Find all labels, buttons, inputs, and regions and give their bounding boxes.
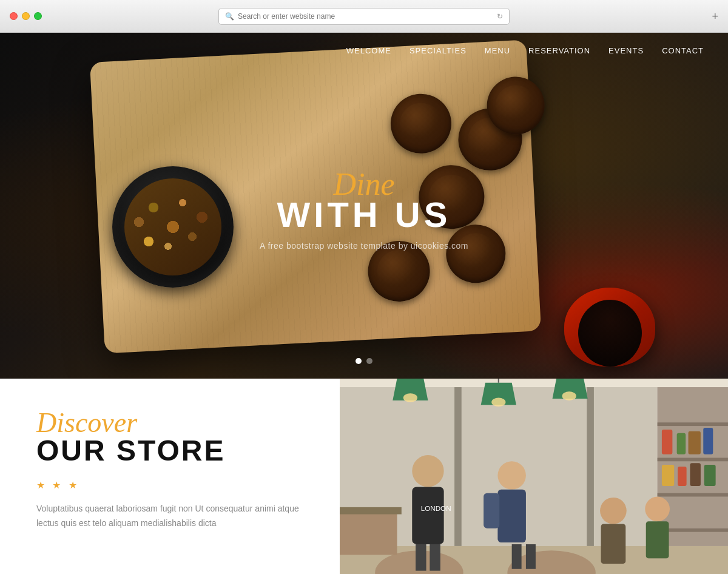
svg-rect-46: [340, 379, 728, 574]
close-button[interactable]: [10, 12, 18, 20]
our-store-label: OUR STORE: [36, 434, 303, 467]
nav-menu[interactable]: MENU: [485, 46, 510, 55]
red-mug: [564, 288, 655, 366]
nav-specialties[interactable]: SPECIALTIES: [410, 46, 467, 55]
bowl-contents: [124, 178, 221, 275]
main-navigation: WELCOME SPECIALTIES MENU RESERVATION EVE…: [0, 33, 728, 69]
hero-subtitle: A free bootstrap website template by uic…: [260, 241, 468, 251]
search-icon: 🔍: [225, 12, 234, 21]
restaurant-photo-container: LONDON: [340, 379, 728, 574]
hero-section: WELCOME SPECIALTIES MENU RESERVATION EVE…: [0, 33, 728, 379]
maximize-button[interactable]: [34, 12, 42, 20]
carousel-dot-2[interactable]: [366, 358, 372, 364]
traffic-lights: [10, 12, 42, 20]
cookie-1: [389, 92, 453, 155]
nut-bowl: [112, 166, 234, 288]
hero-with-us-label: WITH US: [260, 197, 468, 232]
carousel-dot-1[interactable]: [356, 358, 362, 364]
nav-contact[interactable]: CONTACT: [662, 46, 704, 55]
below-fold-section: Discover OUR STORE ★ ★ ★ Voluptatibus qu…: [0, 379, 728, 574]
store-info-left: Discover OUR STORE ★ ★ ★ Voluptatibus qu…: [0, 379, 340, 574]
restaurant-interior-svg: LONDON: [340, 379, 728, 574]
stars-decoration: ★ ★ ★: [36, 479, 303, 491]
address-bar[interactable]: 🔍 ↻: [218, 8, 510, 25]
browser-chrome: 🔍 ↻ +: [0, 0, 728, 33]
nav-welcome[interactable]: WELCOME: [346, 46, 391, 55]
nav-reservation[interactable]: RESERVATION: [528, 46, 590, 55]
discover-label: Discover: [36, 409, 303, 437]
carousel-dots: [356, 358, 372, 364]
hero-text-block: Dine WITH US A free bootstrap website te…: [260, 169, 468, 251]
reload-icon[interactable]: ↻: [497, 12, 503, 21]
new-tab-button[interactable]: +: [712, 11, 718, 22]
minimize-button[interactable]: [22, 12, 30, 20]
store-description: Voluptatibus quaerat laboriosam fugit no…: [36, 502, 303, 531]
address-input[interactable]: [238, 12, 493, 21]
nav-events[interactable]: EVENTS: [608, 46, 644, 55]
website: WELCOME SPECIALTIES MENU RESERVATION EVE…: [0, 33, 728, 574]
restaurant-photo: LONDON: [340, 379, 728, 574]
